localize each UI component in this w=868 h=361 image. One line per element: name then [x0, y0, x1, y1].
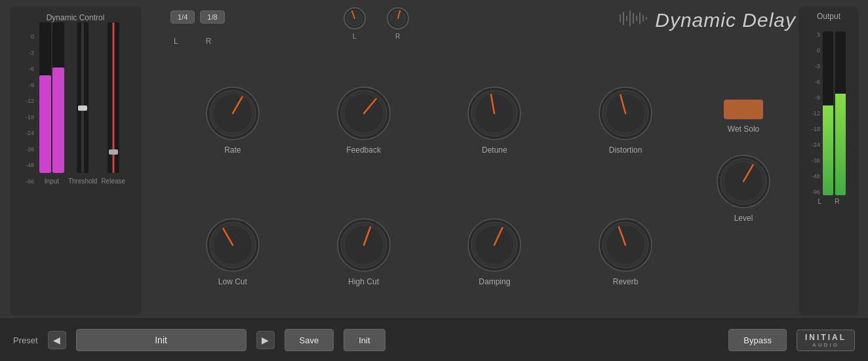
delay-badge-left[interactable]: 1/4	[170, 10, 195, 24]
dynamic-control-panel: Dynamic Control 0 -3 -6 -9 -12 -18 -24 -…	[10, 7, 141, 315]
delay-lr-labels: L R	[174, 37, 225, 46]
knob-feedback-group: Feedback	[334, 84, 393, 155]
plugin-title-icon	[616, 9, 648, 31]
output-title: Output	[817, 12, 840, 21]
brand-sub: AUDIO	[805, 342, 846, 348]
knob-damping[interactable]	[465, 216, 524, 275]
knob-feedback[interactable]	[334, 84, 393, 143]
knob-level-group: Level	[714, 152, 773, 223]
output-l-label: L	[818, 198, 822, 205]
output-meter-l	[823, 31, 833, 195]
knob-feedback-label: Feedback	[346, 145, 381, 155]
input-meter-left	[39, 22, 51, 173]
delay-badge-right[interactable]: 1/8	[200, 10, 224, 24]
output-section: Output 3 0 -3 -6 -9 -12 -18 -24 -36 -48 …	[799, 7, 858, 315]
knob-level[interactable]	[714, 152, 773, 211]
output-scale-row: 3 0 -3 -6 -9 -12 -18 -24 -36 -48 -96	[812, 25, 846, 195]
release-slider[interactable]	[108, 22, 119, 173]
delay-r-label: R	[206, 37, 212, 46]
delay-badges: 1/4 1/8	[170, 10, 225, 24]
init-button[interactable]: Init	[344, 329, 385, 351]
knob-row-1: Rate Feedback	[167, 84, 691, 155]
release-label: Release	[101, 178, 125, 185]
small-knob-l-group: L	[343, 7, 366, 40]
input-meter-group: Input	[39, 22, 64, 185]
brand-name: INITIAL	[805, 333, 846, 342]
knob-lowcut[interactable]	[203, 216, 262, 275]
save-button[interactable]: Save	[285, 329, 334, 351]
all-knob-rows: Rate Feedback	[167, 55, 691, 315]
main-knobs-section: 1/4 1/8 L R	[161, 7, 698, 315]
preset-label: Preset	[13, 335, 38, 345]
knob-row-2: Low Cut High Cut	[167, 216, 691, 286]
output-scale: 3 0 -3 -6 -9 -12 -18 -24 -36 -48 -96	[812, 31, 820, 195]
knob-highcut-label: High Cut	[348, 277, 379, 286]
wet-solo-button[interactable]	[724, 100, 763, 119]
small-lr-knobs: L R	[343, 7, 410, 40]
input-meter-right	[52, 22, 64, 173]
output-meter-r	[835, 31, 846, 195]
knob-reverb-group: Reverb	[596, 216, 655, 286]
release-group: Release	[101, 22, 125, 185]
delay-header: 1/4 1/8 L R	[167, 7, 691, 50]
output-lr-labels: L R	[818, 198, 840, 205]
knob-distortion-label: Distortion	[609, 145, 642, 155]
dynamic-control-title: Dynamic Control	[47, 13, 105, 22]
knob-lowcut-group: Low Cut	[203, 216, 262, 286]
wet-solo-area: Wet Solo	[724, 100, 763, 134]
threshold-label: Threshold	[68, 178, 97, 185]
knob-highcut-group: High Cut	[334, 216, 393, 286]
knob-detune[interactable]	[465, 84, 524, 143]
input-label: Input	[45, 178, 59, 185]
small-knob-r-label: R	[395, 33, 400, 40]
knob-detune-label: Detune	[482, 145, 507, 155]
preset-prev-button[interactable]: ◀	[48, 331, 66, 349]
bypass-button[interactable]: Bypass	[728, 329, 787, 351]
knob-rate-group: Rate	[203, 84, 262, 155]
knob-distortion-group: Distortion	[596, 84, 655, 155]
knob-reverb[interactable]	[596, 216, 655, 275]
delay-l-label: L	[174, 37, 178, 46]
output-r-label: R	[835, 198, 839, 205]
wet-solo-label: Wet Solo	[728, 124, 759, 134]
knob-detune-group: Detune	[465, 84, 524, 155]
threshold-group: Threshold	[68, 22, 97, 185]
small-knob-l-label: L	[353, 33, 357, 40]
knob-reverb-label: Reverb	[613, 277, 639, 286]
knob-rate-label: Rate	[224, 145, 241, 155]
brand-logo: INITIAL AUDIO	[797, 330, 855, 351]
meter-scale: 0 -3 -6 -9 -12 -18 -24 -36 -48 -96	[26, 34, 34, 185]
knob-level-label: Level	[734, 214, 753, 223]
preset-next-button[interactable]: ▶	[256, 331, 275, 349]
knob-distortion[interactable]	[596, 84, 655, 143]
knob-rate[interactable]	[203, 84, 262, 143]
bottom-bar: Preset ◀ ▶ Save Init Bypass INITIAL AUDI…	[0, 318, 868, 361]
knob-damping-label: Damping	[479, 277, 510, 286]
small-knob-r[interactable]	[386, 7, 410, 30]
small-knob-l[interactable]	[343, 7, 366, 30]
output-meters	[823, 31, 846, 195]
knob-highcut[interactable]	[334, 216, 393, 275]
knob-lowcut-label: Low Cut	[218, 277, 247, 286]
preset-name-input[interactable]	[76, 329, 247, 351]
plugin-title-text: Dynamic Delay	[655, 9, 796, 31]
knob-damping-group: Damping	[465, 216, 524, 286]
right-panel: Dynamic Delay Wet Solo Level	[704, 7, 783, 315]
small-knob-r-group: R	[386, 7, 410, 40]
meters-row: 0 -3 -6 -9 -12 -18 -24 -36 -48 -96	[16, 28, 134, 185]
threshold-slider[interactable]	[77, 22, 89, 173]
